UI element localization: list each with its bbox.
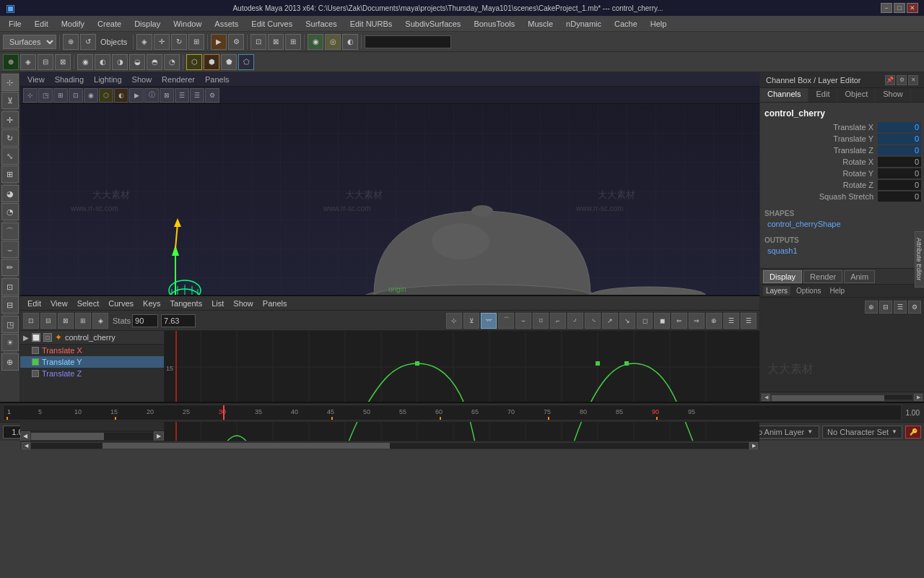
g-tb-stack2[interactable]: ☰ bbox=[741, 313, 757, 329]
g-tb-3[interactable]: ⊠ bbox=[58, 313, 74, 329]
pencil-btn[interactable]: ✏ bbox=[1, 259, 19, 276]
tab-edit[interactable]: Edit bbox=[808, 88, 837, 102]
cv-curve-btn[interactable]: ⌒ bbox=[1, 223, 19, 240]
g-tb-tangent6[interactable]: ⌎ bbox=[585, 313, 601, 329]
outputs-item-1[interactable]: squash1 bbox=[762, 246, 923, 256]
tb2-render2[interactable]: ⬢ bbox=[204, 54, 219, 70]
g-tb-frame3[interactable]: ⌤ bbox=[481, 313, 497, 329]
scroll-right[interactable]: ▶ bbox=[154, 431, 164, 441]
scale-tool[interactable]: ⊞ bbox=[188, 34, 204, 50]
gm-curves[interactable]: Curves bbox=[104, 298, 138, 309]
g-tb-snap2[interactable]: ↘ bbox=[619, 313, 635, 329]
ep-curve-btn[interactable]: ⌣ bbox=[1, 241, 19, 258]
menu-item-assets[interactable]: Assets bbox=[209, 18, 244, 30]
tb-snap3[interactable]: ⊞ bbox=[285, 34, 301, 50]
tb-light1[interactable]: ◉ bbox=[308, 34, 323, 50]
vp-light-btn[interactable]: ◐ bbox=[114, 88, 128, 103]
g-tb-stack[interactable]: ☰ bbox=[723, 313, 739, 329]
tb2-btn5[interactable]: ◉ bbox=[77, 54, 93, 70]
vp-renderer-menu[interactable]: Renderer bbox=[157, 74, 199, 85]
tb2-btn2[interactable]: ◈ bbox=[20, 54, 36, 70]
attr-row-ry[interactable]: Rotate Y bbox=[762, 168, 923, 179]
transform-btn[interactable]: ⊞ bbox=[1, 165, 19, 183]
lasso-btn[interactable]: ⊻ bbox=[1, 92, 19, 109]
g-tb-post[interactable]: ⇒ bbox=[689, 313, 705, 329]
tb2-render4[interactable]: ⬠ bbox=[238, 54, 254, 70]
menu-item-surfaces[interactable]: Surfaces bbox=[300, 18, 342, 30]
menu-item-edit-nurbs[interactable]: Edit NURBs bbox=[344, 18, 398, 30]
hscroll-right[interactable]: ▶ bbox=[749, 442, 758, 449]
camera-btn[interactable]: ◳ bbox=[1, 316, 19, 333]
tab-channels[interactable]: Channels bbox=[760, 88, 808, 102]
attr-tz-value[interactable] bbox=[878, 145, 921, 155]
rb-opt2-layer[interactable]: ⚙ bbox=[908, 301, 921, 314]
tb2-render3[interactable]: ⬟ bbox=[221, 54, 237, 70]
rb-tab-anim[interactable]: Anim bbox=[844, 270, 875, 283]
tb2-btn10[interactable]: ◔ bbox=[164, 54, 180, 70]
g-tb-buffer2[interactable]: ◼ bbox=[654, 313, 670, 329]
tb-light2[interactable]: ◎ bbox=[325, 34, 341, 50]
attr-rx-value[interactable] bbox=[878, 157, 921, 167]
soft-mod-btn[interactable]: ◕ bbox=[1, 185, 19, 202]
lock-icon[interactable]: □ bbox=[43, 333, 52, 342]
tb-render2-btn[interactable]: ⚙ bbox=[228, 34, 244, 50]
attribute-editor-tab[interactable]: Attribute Editor bbox=[915, 231, 924, 288]
rb-scroll-thumb[interactable] bbox=[772, 395, 884, 401]
rotate-btn[interactable]: ↻ bbox=[1, 129, 19, 147]
curve-ty[interactable]: Translate Y bbox=[20, 356, 164, 368]
rb-del-layer[interactable]: ⊟ bbox=[879, 301, 892, 314]
hscroll-thumb[interactable] bbox=[103, 443, 390, 449]
g-tb-frame[interactable]: ⊹ bbox=[446, 313, 462, 329]
rb-new-layer[interactable]: ⊕ bbox=[865, 301, 878, 314]
maximize-button[interactable]: □ bbox=[894, 3, 905, 13]
scene-btn[interactable]: ⊕ bbox=[1, 353, 19, 371]
menu-item-window[interactable]: Window bbox=[167, 18, 207, 30]
tb-snap1[interactable]: ⊡ bbox=[250, 34, 266, 50]
g-tb-tangent5[interactable]: ⌏ bbox=[567, 313, 583, 329]
close-button[interactable]: ✕ bbox=[907, 3, 918, 13]
shapes-item-1[interactable]: control_cherryShape bbox=[762, 219, 923, 229]
attr-row-tx[interactable]: Translate X bbox=[762, 121, 923, 133]
vp-wireframe-btn[interactable]: ⊡ bbox=[69, 88, 83, 103]
cb-pin-btn[interactable]: 📌 bbox=[885, 75, 895, 85]
vp-hud-btn[interactable]: ⓘ bbox=[144, 88, 159, 103]
vp-show-menu[interactable]: Show bbox=[128, 74, 157, 85]
extrude-btn[interactable]: ⊟ bbox=[1, 296, 19, 314]
g-tb-tangent4[interactable]: ⌐ bbox=[550, 313, 566, 329]
vp-shading-menu[interactable]: Shading bbox=[51, 74, 88, 85]
rb-sub-layers[interactable]: Layers bbox=[763, 286, 790, 296]
menu-item-edit[interactable]: Edit bbox=[29, 18, 54, 30]
sculpt-btn[interactable]: ◔ bbox=[1, 203, 19, 220]
value-field[interactable] bbox=[161, 314, 196, 327]
visibility-icon[interactable]: ⬜ bbox=[32, 333, 40, 342]
vp-view-menu[interactable]: View bbox=[23, 74, 49, 85]
g-tb-buffer[interactable]: ◻ bbox=[637, 313, 653, 329]
rb-opt-layer[interactable]: ☰ bbox=[894, 301, 907, 314]
vp-lighting-menu[interactable]: Lighting bbox=[90, 74, 126, 85]
menu-item-ndynamic[interactable]: nDynamic bbox=[560, 18, 607, 30]
tb2-render1[interactable]: ⬡ bbox=[186, 54, 202, 70]
menu-item-file[interactable]: File bbox=[3, 18, 27, 30]
attr-ss-value[interactable] bbox=[878, 191, 921, 202]
menu-item-bonustools[interactable]: BonusTools bbox=[468, 18, 520, 30]
gm-select[interactable]: Select bbox=[73, 298, 104, 309]
tb2-btn4[interactable]: ⊠ bbox=[55, 54, 71, 70]
g-tb-tangent2[interactable]: ⌣ bbox=[515, 313, 531, 329]
menu-item-cache[interactable]: Cache bbox=[609, 18, 643, 30]
module-dropdown[interactable]: Surfaces bbox=[3, 35, 56, 49]
expand-icon[interactable]: ▶ bbox=[23, 334, 29, 342]
stats-field[interactable] bbox=[132, 314, 158, 327]
move-tool[interactable]: ✛ bbox=[154, 34, 170, 50]
attr-row-tz[interactable]: Translate Z bbox=[762, 144, 923, 156]
gm-edit[interactable]: Edit bbox=[23, 298, 45, 309]
vp-render-btn[interactable]: ▶ bbox=[129, 88, 144, 103]
move-btn[interactable]: ✛ bbox=[1, 111, 19, 129]
search-field[interactable] bbox=[365, 35, 451, 48]
menu-item-display[interactable]: Display bbox=[128, 18, 166, 30]
rb-scroll-left[interactable]: ◀ bbox=[762, 394, 770, 401]
vp-iso-btn[interactable]: ⊠ bbox=[160, 88, 174, 103]
gm-list[interactable]: List bbox=[207, 298, 228, 309]
gm-tangents[interactable]: Tangents bbox=[166, 298, 207, 309]
vp-more3[interactable]: ⚙ bbox=[205, 88, 219, 103]
rb-sub-help[interactable]: Help bbox=[827, 286, 847, 296]
